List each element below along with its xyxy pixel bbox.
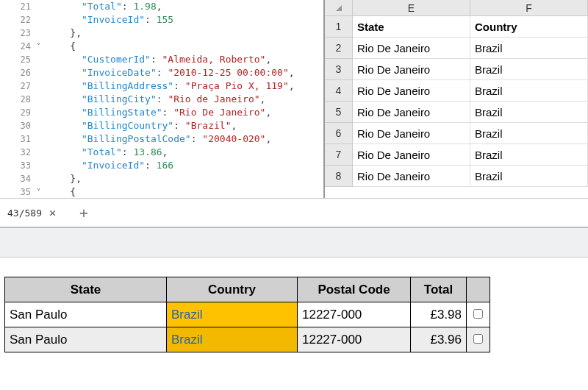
line-number: 27 (0, 79, 37, 93)
line-number: 30 (0, 119, 37, 132)
code-editor[interactable]: 21 "Total": 1.98,22 "InvoiceId": 15523 }… (0, 0, 323, 198)
row-header[interactable]: 7 (325, 144, 353, 166)
add-tab-icon[interactable]: + (79, 204, 88, 221)
row-header[interactable]: 6 (325, 123, 353, 144)
cell[interactable]: Rio De Janeiro (353, 123, 470, 144)
cell[interactable]: Brazil (470, 166, 588, 187)
cell-checkbox[interactable] (467, 302, 490, 327)
row-checkbox[interactable] (473, 309, 483, 319)
fold-icon (37, 66, 47, 79)
fold-icon (37, 106, 47, 119)
toolbar-area (0, 228, 588, 258)
spreadsheet[interactable]: EF1StateCountry2Rio De JaneiroBrazil3Rio… (323, 0, 588, 198)
code-line[interactable]: "BillingAddress": "Praça Pio X, 119", (47, 79, 295, 93)
row-checkbox[interactable] (473, 334, 483, 344)
fold-icon (37, 146, 47, 159)
cell-country[interactable]: Brazil (167, 327, 298, 352)
code-line[interactable]: "Total": 1.98, (47, 0, 162, 13)
table-row[interactable]: San PauloBrazil12227-000£3.98 (5, 302, 490, 327)
line-number: 28 (0, 93, 37, 106)
fold-icon (37, 93, 47, 106)
code-line[interactable]: "BillingCountry": "Brazil", (47, 119, 237, 132)
tab-bar: 43/589 ✕ + (0, 199, 588, 228)
grid-header[interactable]: Postal Code (298, 277, 411, 302)
fold-icon (37, 0, 47, 13)
line-number: 33 (0, 159, 37, 172)
fold-icon[interactable]: ˅ (37, 40, 47, 53)
cell-state[interactable]: San Paulo (5, 327, 167, 352)
tab-label: 43/589 (7, 208, 42, 219)
line-number: 35 (0, 185, 37, 198)
cell[interactable]: State (353, 16, 470, 38)
line-number: 23 (0, 26, 37, 40)
row-header[interactable]: 4 (325, 80, 353, 102)
cell[interactable]: Brazil (470, 80, 588, 102)
grid-header[interactable]: State (5, 277, 167, 302)
cell[interactable]: Rio De Janeiro (353, 144, 470, 166)
line-number: 32 (0, 146, 37, 159)
code-line[interactable]: "CustomerId": "Almeida, Roberto", (47, 53, 271, 66)
cell[interactable]: Country (470, 16, 588, 38)
row-header[interactable]: 5 (325, 102, 353, 123)
fold-icon (37, 159, 47, 172)
cell[interactable]: Brazil (470, 123, 588, 144)
code-line[interactable]: }, (47, 172, 82, 185)
line-number: 25 (0, 53, 37, 66)
cell-total[interactable]: £3.96 (411, 327, 467, 352)
line-number: 26 (0, 66, 37, 79)
cell[interactable]: Brazil (470, 59, 588, 80)
cell[interactable]: Rio De Janeiro (353, 102, 470, 123)
cell-total[interactable]: £3.98 (411, 302, 467, 327)
fold-icon (37, 13, 47, 26)
code-line[interactable]: "BillingPostalCode": "20040-020", (47, 132, 271, 146)
row-header[interactable]: 2 (325, 38, 353, 59)
grid-header[interactable] (467, 277, 490, 302)
code-line[interactable]: "Total": 13.86, (47, 146, 168, 159)
cell-state[interactable]: San Paulo (5, 302, 167, 327)
column-header[interactable]: F (470, 0, 588, 16)
table-row[interactable]: San PauloBrazil12227-000£3.96 (5, 327, 490, 352)
cell[interactable]: Rio De Janeiro (353, 166, 470, 187)
cell-postal[interactable]: 12227-000 (298, 302, 411, 327)
code-line[interactable]: "InvoiceDate": "2010-12-25 00:00:00", (47, 66, 295, 79)
line-number: 29 (0, 106, 37, 119)
cell[interactable]: Brazil (470, 38, 588, 59)
line-number: 22 (0, 13, 37, 26)
code-line[interactable]: }, (47, 26, 82, 40)
fold-icon (37, 79, 47, 93)
cell-checkbox[interactable] (467, 327, 490, 352)
grid-header[interactable]: Total (411, 277, 467, 302)
code-line[interactable]: "InvoiceId": 166 (47, 159, 173, 172)
code-line[interactable]: { (47, 185, 76, 198)
cell[interactable]: Brazil (470, 144, 588, 166)
line-number: 31 (0, 132, 37, 146)
cell[interactable]: Brazil (470, 102, 588, 123)
code-line[interactable]: "InvoiceId": 155 (47, 13, 173, 26)
fold-icon (37, 172, 47, 185)
cell-postal[interactable]: 12227-000 (298, 327, 411, 352)
line-number: 34 (0, 172, 37, 185)
row-header[interactable]: 3 (325, 59, 353, 80)
fold-icon[interactable]: ˅ (37, 185, 47, 198)
grid-header[interactable]: Country (167, 277, 298, 302)
tab-active[interactable]: 43/589 ✕ (0, 199, 66, 226)
code-line[interactable]: "BillingCity": "Rio de Janeiro", (47, 93, 265, 106)
row-header[interactable]: 8 (325, 166, 353, 187)
column-header[interactable]: E (353, 0, 470, 16)
select-all-corner[interactable] (325, 0, 353, 16)
cell-country[interactable]: Brazil (167, 302, 298, 327)
close-icon[interactable]: ✕ (49, 206, 56, 219)
code-line[interactable]: "BillingState": "Rio De Janeiro", (47, 106, 271, 119)
cell[interactable]: Rio De Janeiro (353, 38, 470, 59)
data-grid[interactable]: StateCountryPostal CodeTotal San PauloBr… (4, 277, 490, 352)
cell[interactable]: Rio De Janeiro (353, 80, 470, 102)
fold-icon (37, 132, 47, 146)
row-header[interactable]: 1 (325, 16, 353, 38)
cell[interactable]: Rio De Janeiro (353, 59, 470, 80)
fold-icon (37, 119, 47, 132)
line-number: 21 (0, 0, 37, 13)
fold-icon (37, 26, 47, 40)
code-line[interactable]: { (47, 40, 76, 53)
fold-icon (37, 53, 47, 66)
data-grid-area: StateCountryPostal CodeTotal San PauloBr… (0, 258, 588, 352)
